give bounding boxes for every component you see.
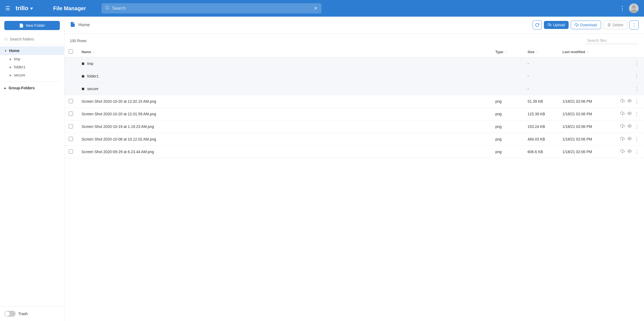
table-row: Screen Shot 2020-10-20 at 12.02.15 AM.pn… [64, 95, 644, 108]
row-size-cell: 115.39 KB [523, 108, 558, 120]
row-select-checkbox[interactable] [69, 149, 73, 154]
th-type[interactable]: Type ↕ [491, 47, 523, 57]
menu-icon[interactable]: ☰ [5, 5, 10, 12]
row-more-icon[interactable]: ⋮ [634, 73, 640, 79]
row-select-checkbox[interactable] [69, 137, 73, 141]
svg-point-11 [629, 113, 630, 114]
sidebar-item-group-folders[interactable]: ▶ Group-Folders [0, 84, 64, 92]
file-name-label: Screen Shot 2020-10-20 at 12.01.59 AM.pn… [82, 112, 156, 116]
content-header-actions: Upload Download Delete [533, 20, 639, 29]
row-actions-cell: ⋮ [612, 146, 644, 158]
search-folders-input[interactable] [10, 37, 60, 41]
svg-point-4 [5, 38, 7, 40]
row-actions-cell: ⋮ [612, 95, 644, 108]
select-all-checkbox[interactable] [69, 49, 73, 54]
row-name-cell: ■ folder1 [77, 70, 491, 83]
row-more-icon[interactable]: ⋮ [634, 86, 640, 92]
search-icon [105, 6, 109, 11]
svg-line-5 [7, 40, 7, 40]
trash-toggle[interactable] [4, 311, 16, 317]
row-more-icon[interactable]: ⋮ [634, 98, 640, 104]
table-row: Screen Shot 2020-10-20 at 12.01.59 AM.pn… [64, 108, 644, 120]
refresh-button[interactable] [533, 20, 542, 29]
search-files-input[interactable] [585, 37, 639, 44]
download-file-icon[interactable] [620, 124, 625, 129]
row-date-cell: 1/18/21 02:06 PM [558, 108, 612, 120]
row-select-checkbox[interactable] [69, 99, 73, 103]
table-row: ■ tmp - ⋮ [64, 57, 644, 70]
content-area: Home Upload [64, 17, 644, 321]
row-size-cell: - [523, 83, 558, 95]
app-title: File Manager [53, 5, 96, 12]
svg-point-9 [629, 100, 630, 101]
global-search-bar[interactable]: ✕ [101, 3, 321, 13]
view-file-icon[interactable] [627, 136, 632, 142]
row-actions-cell: ⋮ [612, 120, 644, 133]
search-folders-bar[interactable] [0, 34, 64, 44]
row-select-checkbox[interactable] [69, 124, 73, 128]
download-file-icon[interactable] [620, 136, 625, 142]
row-checkbox-cell[interactable] [64, 133, 77, 146]
sidebar-nav: ▼ Home ▶ tmp ▶ folder1 ▶ secure ▶ Group-… [0, 44, 64, 306]
row-checkbox-cell[interactable] [64, 95, 77, 108]
search-folders-icon [4, 37, 8, 41]
sidebar-item-secure[interactable]: ▶ secure [0, 71, 64, 79]
global-search-input[interactable] [112, 6, 311, 11]
row-checkbox-cell[interactable] [64, 108, 77, 120]
th-size[interactable]: Size ↕ [523, 47, 558, 57]
delete-button[interactable]: Delete [603, 21, 627, 29]
more-options-button[interactable]: ⋮ [630, 20, 639, 29]
row-actions-cell: ⋮ [612, 57, 644, 70]
row-type-cell [491, 70, 523, 83]
sidebar-item-folder1[interactable]: ▶ folder1 [0, 63, 64, 71]
view-file-icon[interactable] [627, 124, 632, 129]
row-name-cell: Screen Shot 2020-10-08 at 10.12.02 AM.pn… [77, 133, 491, 146]
row-size-cell: - [523, 57, 558, 70]
logo-text: trillo [16, 5, 28, 12]
download-file-icon[interactable] [620, 149, 625, 154]
download-button[interactable]: Download [571, 21, 601, 29]
row-select-checkbox[interactable] [69, 112, 73, 116]
row-size-cell: 606.6 KB [523, 146, 558, 158]
user-avatar[interactable] [629, 3, 639, 13]
file-name-label: folder1 [87, 74, 99, 78]
row-date-cell: 1/18/21 02:06 PM [558, 95, 612, 108]
th-modified[interactable]: Last modified ↕ [558, 47, 612, 57]
search-clear-icon[interactable]: ✕ [314, 5, 318, 11]
row-more-icon[interactable]: ⋮ [634, 111, 640, 117]
sort-size-icon: ↕ [537, 50, 538, 54]
header-more-icon[interactable]: ⋮ [619, 5, 625, 12]
file-name-label: Screen Shot 2020-09-29 at 6.23.44 AM.png [82, 150, 154, 154]
table-header-row: Name ↕ Type ↕ Size ↕ Last modified [64, 47, 644, 57]
row-name-cell: Screen Shot 2020-10-19 at 1.19.23 AM.png [77, 120, 491, 133]
view-file-icon[interactable] [627, 111, 632, 117]
sidebar-item-home[interactable]: ▼ Home [0, 46, 64, 55]
chevron-right-icon-2: ▶ [10, 66, 12, 69]
new-folder-button[interactable]: 📄 New Folder [4, 21, 60, 30]
download-file-icon[interactable] [620, 111, 625, 117]
folder-add-icon: 📄 [19, 23, 24, 28]
svg-point-0 [106, 6, 109, 9]
row-more-icon[interactable]: ⋮ [634, 136, 640, 142]
row-more-icon[interactable]: ⋮ [634, 124, 640, 130]
row-type-cell: png [491, 108, 523, 120]
svg-point-17 [629, 151, 630, 152]
sort-modified-icon: ↕ [587, 50, 589, 54]
row-checkbox-cell[interactable] [64, 120, 77, 133]
view-file-icon[interactable] [627, 149, 632, 154]
download-file-icon[interactable] [620, 99, 625, 104]
th-name[interactable]: Name ↕ [77, 47, 491, 57]
breadcrumb: Home [78, 23, 90, 27]
home-file-icon [70, 21, 76, 29]
svg-point-3 [631, 9, 637, 13]
upload-button[interactable]: Upload [544, 21, 569, 29]
view-file-icon[interactable] [627, 99, 632, 104]
sort-type-icon: ↕ [505, 50, 507, 54]
svg-point-2 [632, 5, 636, 9]
row-actions-cell: ⋮ [612, 83, 644, 95]
row-checkbox-cell[interactable] [64, 146, 77, 158]
table-row: Screen Shot 2020-09-29 at 6.23.44 AM.png… [64, 146, 644, 158]
row-more-icon[interactable]: ⋮ [634, 61, 640, 67]
sidebar-item-tmp[interactable]: ▶ tmp [0, 55, 64, 63]
row-more-icon[interactable]: ⋮ [634, 149, 640, 155]
